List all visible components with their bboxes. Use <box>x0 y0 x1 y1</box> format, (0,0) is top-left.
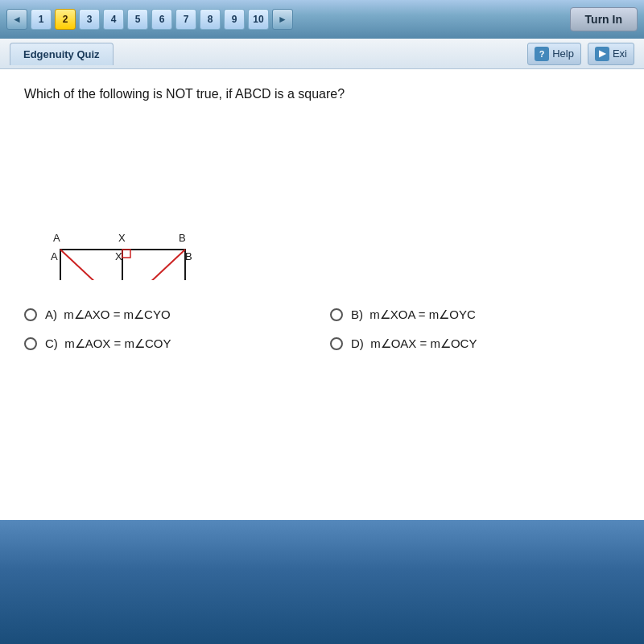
main-content: Which of the following is NOT true, if A… <box>0 69 644 520</box>
choice-a-row: A) m∠AXO = m∠CYO <box>24 308 314 322</box>
bottom-bar <box>0 520 644 644</box>
top-navigation: ◄ 1 2 3 4 5 6 7 8 9 10 ► Turn In <box>0 0 644 39</box>
choice-a-label: A) m∠AXO = m∠CYO <box>45 308 171 322</box>
nav-page-8[interactable]: 8 <box>200 9 221 30</box>
exit-label: Exi <box>613 47 627 60</box>
question-text: Which of the following is NOT true, if A… <box>24 85 620 103</box>
nav-prev-button[interactable]: ◄ <box>6 9 27 30</box>
choice-c-row: C) m∠AOX = m∠COY <box>24 336 314 351</box>
nav-next-button[interactable]: ► <box>272 9 293 30</box>
choice-b-radio[interactable] <box>330 308 343 321</box>
help-label: Help <box>552 47 574 60</box>
svg-text:A: A <box>53 232 60 244</box>
exit-icon: ▶ <box>595 47 609 61</box>
svg-text:B: B <box>179 232 186 244</box>
choice-a-radio[interactable] <box>24 308 37 321</box>
answer-choices: A) m∠AXO = m∠CYO B) m∠XOA = m∠OYC C) m∠A… <box>24 308 620 351</box>
choice-b-label: B) m∠XOA = m∠OYC <box>351 308 476 322</box>
second-toolbar: Edgenuity Quiz ? Help ▶ Exi <box>0 39 644 69</box>
svg-text:X: X <box>115 250 122 262</box>
turn-in-button[interactable]: Turn In <box>570 7 638 31</box>
nav-page-6[interactable]: 6 <box>151 9 172 30</box>
geometry-diagram: A X B D Y C O <box>24 119 201 280</box>
nav-page-1[interactable]: 1 <box>31 9 52 30</box>
choice-d-row: D) m∠OAX = m∠OCY <box>330 336 620 351</box>
choice-b-row: B) m∠XOA = m∠OYC <box>330 308 620 322</box>
nav-page-7[interactable]: 7 <box>175 9 196 30</box>
help-button[interactable]: ? Help <box>527 43 581 65</box>
nav-page-10[interactable]: 10 <box>248 9 269 30</box>
diagram-container: A X B D Y C O <box>24 119 620 283</box>
nav-page-5[interactable]: 5 <box>127 9 148 30</box>
choice-d-label: D) m∠OAX = m∠OCY <box>351 336 477 351</box>
help-icon: ? <box>535 47 549 61</box>
quiz-tab[interactable]: Edgenuity Quiz <box>10 43 114 65</box>
choice-c-label: C) m∠AOX = m∠COY <box>45 336 171 351</box>
svg-text:B: B <box>185 250 192 262</box>
choice-d-radio[interactable] <box>330 337 343 350</box>
svg-text:X: X <box>118 232 126 244</box>
nav-page-9[interactable]: 9 <box>224 9 245 30</box>
svg-rect-11 <box>122 250 130 258</box>
nav-page-3[interactable]: 3 <box>79 9 100 30</box>
nav-page-4[interactable]: 4 <box>103 9 124 30</box>
choice-c-radio[interactable] <box>24 337 37 350</box>
exit-button[interactable]: ▶ Exi <box>588 43 634 65</box>
svg-text:A: A <box>51 250 58 262</box>
nav-page-2[interactable]: 2 <box>55 9 76 30</box>
